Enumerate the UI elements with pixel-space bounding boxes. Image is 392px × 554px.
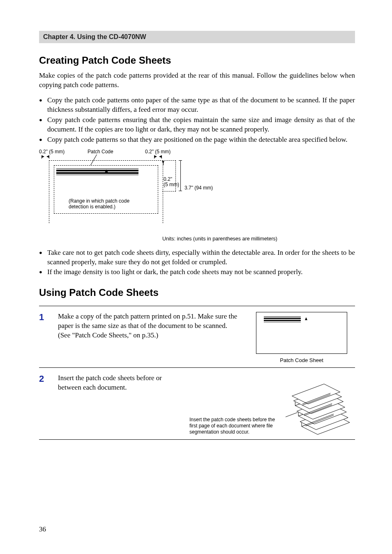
chapter-header: Chapter 4. Using the CD-4070NW xyxy=(39,31,355,43)
diagram-left-margin-label: 0.2" (5 mm) xyxy=(39,149,65,155)
step-caption: Insert the patch code sheets before the … xyxy=(189,417,281,435)
step-caption: Patch Code Sheet xyxy=(248,357,355,363)
section-title-using: Using Patch Code Sheets xyxy=(39,287,355,298)
bullet-list-b: Take care not to get patch code sheets d… xyxy=(39,248,355,277)
intro-paragraph: Make copies of the patch code patterns p… xyxy=(39,71,355,90)
step-row: 2 Insert the patch code sheets before or… xyxy=(39,367,355,440)
section-title-creating: Creating Patch Code Sheets xyxy=(39,55,355,66)
step-number: 1 xyxy=(39,312,50,363)
bullet-item: Copy the patch code patterns onto paper … xyxy=(39,96,355,115)
patch-code-diagram: 0.2" (5 mm) Patch Code 0.2" (5 mm) 0.2" xyxy=(39,149,355,231)
bullet-item: Take care not to get patch code sheets d… xyxy=(39,248,355,267)
diagram-range-note: (Range in which patch code detection is … xyxy=(69,198,143,210)
bullet-item: If the image density is too light or dar… xyxy=(39,268,355,277)
page-number: 36 xyxy=(39,525,46,533)
diagram-units-note: Units: inches (units in parentheses are … xyxy=(162,236,355,242)
diagram-inner-vert-label: 0.2" (5 mm) xyxy=(164,177,179,187)
document-stack-icon xyxy=(286,374,354,435)
bullet-item: Copy patch code patterns ensuring that t… xyxy=(39,115,355,134)
step-number: 2 xyxy=(39,374,50,435)
bullet-list-a: Copy the patch code patterns onto paper … xyxy=(39,96,355,145)
diagram-height-label: 3.7" (94 mm) xyxy=(184,185,213,191)
step-illustration: Patch Code Sheet xyxy=(248,312,355,363)
step-text: Insert the patch code sheets before or b… xyxy=(58,374,181,435)
bullet-item: Copy patch code patterns so that they ar… xyxy=(39,135,355,145)
diagram-patch-code-label: Patch Code xyxy=(88,149,113,155)
step-text: Make a copy of the patch pattern printed… xyxy=(58,312,240,363)
patch-code-sheet-icon xyxy=(256,312,347,354)
svg-line-16 xyxy=(286,413,297,419)
step-row: 1 Make a copy of the patch pattern print… xyxy=(39,306,355,367)
diagram-right-margin-label: 0.2" (5 mm) xyxy=(145,149,171,155)
